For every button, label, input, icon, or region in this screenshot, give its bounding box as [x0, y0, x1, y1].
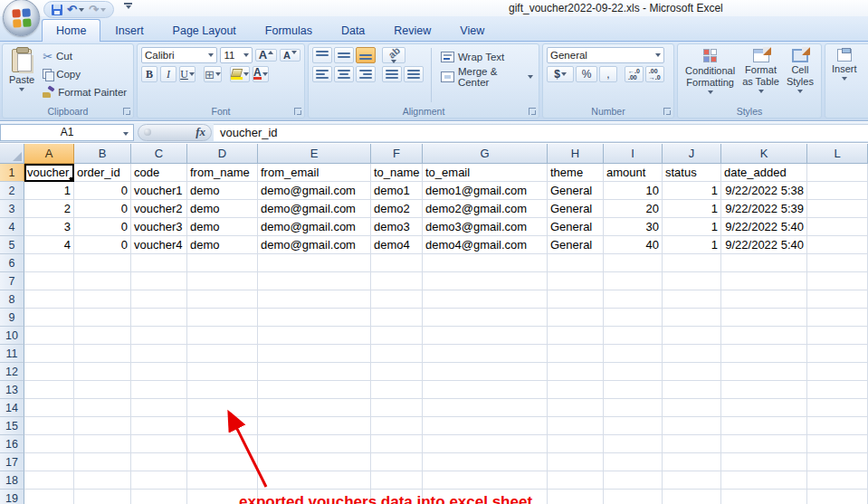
cell-L13[interactable] — [807, 381, 868, 399]
conditional-formatting-button[interactable]: Conditional Formatting — [682, 47, 738, 103]
row-header-5[interactable]: 5 — [0, 236, 24, 254]
cell-K8[interactable] — [721, 290, 807, 309]
cell-D11[interactable] — [187, 345, 258, 363]
cell-G6[interactable] — [423, 254, 548, 272]
formula-input[interactable]: voucher_id — [214, 124, 868, 141]
cell-I6[interactable] — [604, 254, 663, 272]
cell-D17[interactable] — [187, 453, 258, 471]
cell-I7[interactable] — [604, 272, 663, 290]
column-header-i[interactable]: I — [604, 144, 663, 164]
row-header-15[interactable]: 15 — [0, 417, 24, 435]
cell-C6[interactable] — [131, 254, 187, 272]
cell-F3[interactable]: demo2 — [371, 200, 423, 218]
cell-H16[interactable] — [548, 435, 604, 453]
cell-J6[interactable] — [663, 254, 721, 272]
cell-H13[interactable] — [548, 381, 604, 399]
cell-L4[interactable] — [807, 218, 868, 236]
cell-L14[interactable] — [807, 399, 868, 417]
cell-F18[interactable] — [371, 471, 423, 490]
cell-I5[interactable]: 40 — [604, 236, 663, 254]
cell-C19[interactable] — [131, 490, 187, 504]
row-header-9[interactable]: 9 — [0, 309, 24, 327]
cell-C13[interactable] — [131, 381, 187, 399]
cell-A9[interactable] — [24, 309, 74, 327]
cell-K17[interactable] — [721, 453, 807, 471]
cell-H8[interactable] — [548, 290, 604, 309]
name-box[interactable]: A1 — [0, 124, 134, 141]
cell-L7[interactable] — [807, 272, 868, 290]
cell-F5[interactable]: demo4 — [371, 236, 423, 254]
cell-F13[interactable] — [371, 381, 423, 399]
cell-A18[interactable] — [24, 471, 74, 490]
cell-I4[interactable]: 30 — [604, 218, 663, 236]
cell-K18[interactable] — [721, 471, 807, 490]
cell-C15[interactable] — [131, 417, 187, 435]
cell-L16[interactable] — [807, 435, 868, 453]
cell-J18[interactable] — [663, 471, 721, 490]
cell-K11[interactable] — [721, 345, 807, 363]
cell-E12[interactable] — [258, 363, 371, 381]
cell-F9[interactable] — [371, 309, 423, 327]
cell-B6[interactable] — [74, 254, 131, 272]
cell-F6[interactable] — [371, 254, 423, 272]
cell-C5[interactable]: voucher4 — [131, 236, 187, 254]
alignment-dialog-launcher[interactable] — [529, 108, 536, 115]
row-header-10[interactable]: 10 — [0, 327, 24, 345]
cell-A15[interactable] — [24, 417, 74, 435]
cell-H10[interactable] — [548, 327, 604, 345]
cell-J17[interactable] — [663, 453, 721, 471]
undo-button[interactable]: ↶ — [67, 5, 84, 15]
cell-E7[interactable] — [258, 272, 371, 290]
cell-E5[interactable]: demo@gmail.com — [258, 236, 371, 254]
row-header-6[interactable]: 6 — [0, 254, 24, 272]
column-header-l[interactable]: L — [807, 144, 868, 164]
cell-B4[interactable]: 0 — [74, 218, 131, 236]
cell-G2[interactable]: demo1@gmail.com — [423, 182, 548, 200]
cell-K19[interactable] — [721, 490, 807, 504]
cell-L10[interactable] — [807, 327, 868, 345]
cell-I11[interactable] — [604, 345, 663, 363]
cell-L12[interactable] — [807, 363, 868, 381]
cell-A6[interactable] — [24, 254, 74, 272]
cell-D13[interactable] — [187, 381, 258, 399]
accounting-format-button[interactable]: $ — [547, 66, 574, 82]
column-header-b[interactable]: B — [74, 144, 131, 164]
cell-G3[interactable]: demo2@gmail.com — [423, 200, 548, 218]
cell-D7[interactable] — [187, 272, 258, 290]
cell-D12[interactable] — [187, 363, 258, 381]
cell-C8[interactable] — [131, 290, 187, 309]
cell-J4[interactable]: 1 — [663, 218, 721, 236]
column-header-c[interactable]: C — [131, 144, 187, 164]
tab-formulas[interactable]: Formulas — [251, 19, 327, 42]
cell-C12[interactable] — [131, 363, 187, 381]
cell-A14[interactable] — [24, 399, 74, 417]
cell-L18[interactable] — [807, 471, 868, 490]
cell-H19[interactable] — [548, 490, 604, 504]
cell-J5[interactable]: 1 — [663, 236, 721, 254]
fill-color-button[interactable] — [230, 66, 250, 82]
cell-E15[interactable] — [258, 417, 371, 435]
cell-D4[interactable]: demo — [187, 218, 258, 236]
number-format-select[interactable]: General — [547, 47, 664, 63]
cell-J16[interactable] — [663, 435, 721, 453]
cell-I13[interactable] — [604, 381, 663, 399]
cell-D1[interactable]: from_name — [187, 164, 258, 182]
cell-E9[interactable] — [258, 309, 371, 327]
column-header-f[interactable]: F — [371, 144, 423, 164]
cell-B8[interactable] — [74, 290, 131, 309]
row-header-1[interactable]: 1 — [0, 164, 24, 182]
cell-L15[interactable] — [807, 417, 868, 435]
cell-A4[interactable]: 3 — [24, 218, 74, 236]
cell-C10[interactable] — [131, 327, 187, 345]
tab-home[interactable]: Home — [42, 19, 100, 42]
cell-J9[interactable] — [663, 309, 721, 327]
cell-F12[interactable] — [371, 363, 423, 381]
cell-L19[interactable] — [807, 490, 868, 504]
row-header-8[interactable]: 8 — [0, 290, 24, 309]
cell-H1[interactable]: theme — [548, 164, 604, 182]
merge-center-button[interactable]: Merge & Center — [439, 69, 535, 85]
cell-J12[interactable] — [663, 363, 721, 381]
row-header-12[interactable]: 12 — [0, 363, 24, 381]
italic-button[interactable]: I — [160, 66, 176, 82]
underline-button[interactable]: U — [179, 66, 196, 82]
